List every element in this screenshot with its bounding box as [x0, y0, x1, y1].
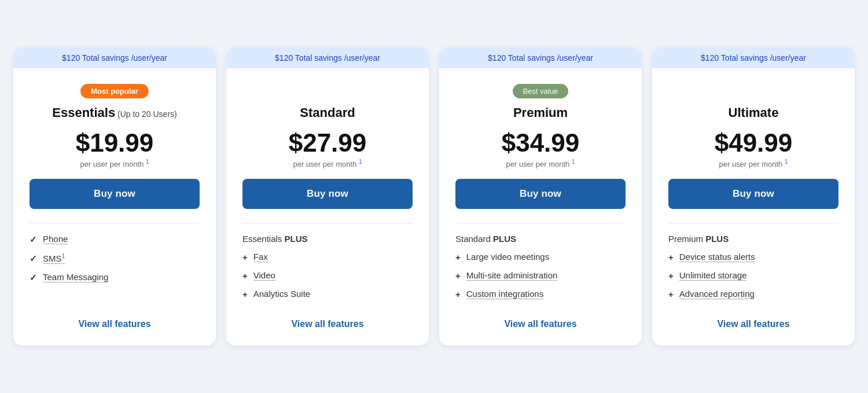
check-icon: ✓ — [30, 234, 37, 245]
price-essentials: $19.99 — [30, 128, 200, 157]
plus-icon: + — [668, 252, 674, 262]
pricing-card-ultimate: $120 Total savings /user/yearUltimate$49… — [652, 47, 855, 346]
check-icon: ✓ — [30, 273, 37, 283]
divider-premium — [455, 223, 626, 223]
plus-icon: + — [668, 271, 674, 281]
pricing-card-essentials: $120 Total savings /user/yearMost popula… — [13, 47, 216, 346]
buy-button-ultimate[interactable]: Buy now — [668, 179, 838, 209]
feature-item-standard-1: +Video — [242, 270, 413, 281]
plan-name-premium: Premium — [455, 105, 626, 120]
pricing-card-premium: $120 Total savings /user/yearBest valueP… — [439, 47, 642, 346]
plus-icon: + — [242, 271, 248, 281]
plus-icon: + — [455, 252, 461, 262]
feature-text-standard-0: Fax — [253, 252, 268, 262]
plan-sub-essentials: (Up to 20 Users) — [115, 109, 177, 119]
feature-item-essentials-1: ✓SMS1 — [30, 253, 200, 264]
feature-text-essentials-2: Team Messaging — [43, 272, 108, 282]
feature-item-ultimate-0: +Device status alerts — [668, 252, 838, 262]
plan-name-ultimate: Ultimate — [668, 105, 838, 120]
feature-item-ultimate-1: +Unlimited storage — [668, 270, 838, 281]
badge-row-premium: Best value — [455, 81, 626, 102]
feature-item-premium-0: +Large video meetings — [455, 252, 626, 262]
view-all-standard[interactable]: View all features — [242, 319, 413, 329]
badge-row-standard — [242, 81, 413, 102]
feature-item-premium-2: +Custom integrations — [455, 289, 626, 299]
pricing-grid: $120 Total savings /user/yearMost popula… — [12, 47, 856, 346]
badge-row-essentials: Most popular — [30, 81, 200, 102]
plus-icon: + — [242, 289, 248, 299]
feature-text-ultimate-1: Unlimited storage — [679, 270, 747, 280]
check-icon: ✓ — [30, 254, 37, 264]
feature-text-standard-1: Video — [253, 270, 275, 280]
savings-banner-premium: $120 Total savings /user/year — [439, 47, 642, 68]
badge-essentials: Most popular — [80, 84, 149, 98]
plus-icon: + — [455, 271, 461, 281]
divider-essentials — [30, 223, 200, 223]
plus-label-standard: Essentials PLUS — [242, 234, 413, 244]
view-all-link-standard[interactable]: View all features — [291, 319, 363, 329]
feature-text-ultimate-2: Advanced reporting — [679, 289, 755, 299]
savings-banner-standard: $120 Total savings /user/year — [226, 47, 429, 68]
plus-icon: + — [455, 289, 461, 299]
feature-text-premium-1: Multi-site administration — [466, 270, 558, 280]
price-ultimate: $49.99 — [668, 128, 838, 157]
view-all-essentials[interactable]: View all features — [30, 319, 200, 329]
plus-label-premium: Standard PLUS — [455, 234, 626, 244]
price-standard: $27.99 — [242, 128, 413, 157]
feature-text-essentials-0: Phone — [43, 234, 68, 244]
view-all-ultimate[interactable]: View all features — [668, 319, 838, 329]
plus-icon: + — [668, 289, 674, 299]
buy-button-essentials[interactable]: Buy now — [30, 179, 200, 209]
view-all-link-ultimate[interactable]: View all features — [717, 319, 789, 329]
feature-list-premium: +Large video meetings+Multi-site adminis… — [455, 252, 626, 307]
divider-ultimate — [668, 223, 838, 223]
feature-item-essentials-0: ✓Phone — [30, 234, 200, 245]
feature-list-essentials: ✓Phone✓SMS1✓Team Messaging — [30, 234, 200, 307]
price-sub-standard: per user per month 1 — [242, 159, 413, 168]
divider-standard — [242, 223, 413, 223]
feature-item-standard-2: +Analytics Suite — [242, 289, 413, 299]
pricing-card-standard: $120 Total savings /user/yearStandard$27… — [226, 47, 429, 346]
feature-list-ultimate: +Device status alerts+Unlimited storage+… — [668, 252, 838, 307]
feature-list-standard: +Fax+Video+Analytics Suite — [242, 252, 413, 307]
price-premium: $34.99 — [455, 128, 626, 157]
plan-name-standard: Standard — [242, 105, 413, 120]
plus-icon: + — [242, 252, 248, 262]
price-sub-premium: per user per month 1 — [455, 159, 626, 168]
buy-button-standard[interactable]: Buy now — [242, 179, 413, 209]
savings-banner-essentials: $120 Total savings /user/year — [13, 47, 216, 68]
feature-text-essentials-1: SMS1 — [43, 253, 65, 263]
view-all-link-essentials[interactable]: View all features — [78, 319, 150, 329]
plan-name-essentials: Essentials (Up to 20 Users) — [30, 105, 200, 120]
feature-item-standard-0: +Fax — [242, 252, 413, 262]
feature-item-ultimate-2: +Advanced reporting — [668, 289, 838, 299]
view-all-premium[interactable]: View all features — [455, 319, 626, 329]
buy-button-premium[interactable]: Buy now — [455, 179, 626, 209]
feature-text-premium-2: Custom integrations — [466, 289, 543, 299]
view-all-link-premium[interactable]: View all features — [504, 319, 576, 329]
price-sub-essentials: per user per month 1 — [30, 159, 200, 168]
savings-banner-ultimate: $120 Total savings /user/year — [652, 47, 855, 68]
badge-premium: Best value — [513, 84, 569, 98]
feature-text-standard-2: Analytics Suite — [253, 289, 310, 299]
feature-text-premium-0: Large video meetings — [466, 252, 549, 262]
feature-text-ultimate-0: Device status alerts — [679, 252, 755, 262]
badge-row-ultimate — [668, 81, 838, 102]
price-sub-ultimate: per user per month 1 — [668, 159, 838, 168]
feature-item-essentials-2: ✓Team Messaging — [30, 272, 200, 283]
feature-item-premium-1: +Multi-site administration — [455, 270, 626, 281]
plus-label-ultimate: Premium PLUS — [668, 234, 838, 244]
